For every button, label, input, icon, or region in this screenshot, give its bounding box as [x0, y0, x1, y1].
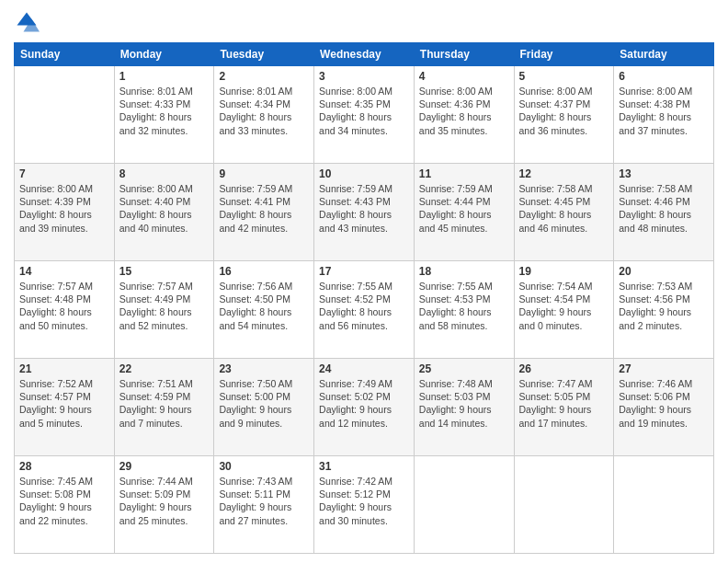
day-info: Sunrise: 7:45 AMSunset: 5:08 PMDaylight:… — [19, 475, 109, 527]
week-row-2: 7Sunrise: 8:00 AMSunset: 4:39 PMDaylight… — [15, 164, 714, 261]
day-info: Sunrise: 7:47 AMSunset: 5:05 PMDaylight:… — [519, 377, 609, 430]
day-number: 21 — [19, 362, 109, 375]
day-number: 20 — [619, 265, 709, 278]
day-number: 18 — [419, 265, 509, 278]
calendar-cell: 30Sunrise: 7:43 AMSunset: 5:11 PMDayligh… — [214, 456, 314, 554]
day-number: 29 — [119, 460, 210, 473]
weekday-header-monday: Monday — [114, 43, 214, 66]
calendar-cell: 12Sunrise: 7:58 AMSunset: 4:45 PMDayligh… — [514, 164, 614, 261]
day-info: Sunrise: 8:00 AMSunset: 4:36 PMDaylight:… — [419, 85, 509, 137]
day-info: Sunrise: 7:53 AMSunset: 4:56 PMDaylight:… — [619, 280, 709, 332]
calendar-cell: 21Sunrise: 7:52 AMSunset: 4:57 PMDayligh… — [15, 359, 115, 456]
day-info: Sunrise: 7:58 AMSunset: 4:46 PMDaylight:… — [619, 182, 709, 235]
calendar-cell: 3Sunrise: 8:00 AMSunset: 4:35 PMDaylight… — [314, 66, 415, 164]
calendar-cell: 25Sunrise: 7:48 AMSunset: 5:03 PMDayligh… — [414, 359, 514, 456]
day-info: Sunrise: 7:55 AMSunset: 4:52 PMDaylight:… — [319, 280, 409, 332]
day-info: Sunrise: 7:46 AMSunset: 5:06 PMDaylight:… — [619, 377, 709, 430]
weekday-header-saturday: Saturday — [614, 43, 714, 66]
day-number: 5 — [519, 70, 609, 83]
day-number: 19 — [519, 265, 609, 278]
day-number: 25 — [419, 362, 509, 375]
day-number: 1 — [119, 70, 210, 83]
calendar-cell: 4Sunrise: 8:00 AMSunset: 4:36 PMDaylight… — [414, 66, 514, 164]
day-number: 3 — [319, 70, 409, 83]
day-number: 2 — [219, 70, 309, 83]
day-number: 27 — [619, 362, 709, 375]
day-number: 16 — [219, 265, 309, 278]
day-number: 22 — [119, 362, 210, 375]
day-info: Sunrise: 7:55 AMSunset: 4:53 PMDaylight:… — [419, 280, 509, 332]
day-number: 24 — [319, 362, 409, 375]
logo — [14, 9, 43, 35]
day-info: Sunrise: 8:00 AMSunset: 4:39 PMDaylight:… — [19, 182, 109, 235]
day-info: Sunrise: 7:50 AMSunset: 5:00 PMDaylight:… — [219, 377, 309, 430]
calendar-cell: 23Sunrise: 7:50 AMSunset: 5:00 PMDayligh… — [214, 359, 314, 456]
day-info: Sunrise: 7:44 AMSunset: 5:09 PMDaylight:… — [119, 475, 210, 527]
calendar-cell — [514, 456, 614, 554]
day-info: Sunrise: 8:01 AMSunset: 4:33 PMDaylight:… — [119, 85, 210, 137]
day-number: 30 — [219, 460, 309, 473]
day-info: Sunrise: 7:59 AMSunset: 4:43 PMDaylight:… — [319, 182, 409, 235]
page: SundayMondayTuesdayWednesdayThursdayFrid… — [0, 0, 728, 563]
day-number: 6 — [619, 70, 709, 83]
calendar-cell: 10Sunrise: 7:59 AMSunset: 4:43 PMDayligh… — [314, 164, 415, 261]
week-row-1: 1Sunrise: 8:01 AMSunset: 4:33 PMDaylight… — [15, 66, 714, 164]
day-info: Sunrise: 7:54 AMSunset: 4:54 PMDaylight:… — [519, 280, 609, 332]
weekday-header-tuesday: Tuesday — [214, 43, 314, 66]
day-number: 26 — [519, 362, 609, 375]
weekday-header-thursday: Thursday — [414, 43, 514, 66]
calendar-cell: 9Sunrise: 7:59 AMSunset: 4:41 PMDaylight… — [214, 164, 314, 261]
calendar-cell: 6Sunrise: 8:00 AMSunset: 4:38 PMDaylight… — [614, 66, 714, 164]
day-number: 7 — [19, 167, 109, 180]
day-info: Sunrise: 8:00 AMSunset: 4:40 PMDaylight:… — [119, 182, 210, 235]
calendar-cell: 7Sunrise: 8:00 AMSunset: 4:39 PMDaylight… — [15, 164, 115, 261]
day-info: Sunrise: 7:42 AMSunset: 5:12 PMDaylight:… — [319, 475, 409, 527]
weekday-header-row: SundayMondayTuesdayWednesdayThursdayFrid… — [15, 43, 714, 66]
calendar-cell: 11Sunrise: 7:59 AMSunset: 4:44 PMDayligh… — [414, 164, 514, 261]
day-info: Sunrise: 8:00 AMSunset: 4:35 PMDaylight:… — [319, 85, 409, 137]
calendar-cell: 5Sunrise: 8:00 AMSunset: 4:37 PMDaylight… — [514, 66, 614, 164]
day-number: 31 — [319, 460, 409, 473]
day-number: 17 — [319, 265, 409, 278]
day-info: Sunrise: 7:51 AMSunset: 4:59 PMDaylight:… — [119, 377, 210, 430]
weekday-header-friday: Friday — [514, 43, 614, 66]
calendar-cell: 13Sunrise: 7:58 AMSunset: 4:46 PMDayligh… — [614, 164, 714, 261]
logo-icon — [14, 9, 40, 35]
day-number: 8 — [119, 167, 210, 180]
day-info: Sunrise: 7:52 AMSunset: 4:57 PMDaylight:… — [19, 377, 109, 430]
day-number: 4 — [419, 70, 509, 83]
calendar-cell: 14Sunrise: 7:57 AMSunset: 4:48 PMDayligh… — [15, 261, 115, 359]
day-number: 9 — [219, 167, 309, 180]
day-info: Sunrise: 7:43 AMSunset: 5:11 PMDaylight:… — [219, 475, 309, 527]
calendar-cell: 17Sunrise: 7:55 AMSunset: 4:52 PMDayligh… — [314, 261, 415, 359]
day-number: 11 — [419, 167, 509, 180]
calendar-cell: 18Sunrise: 7:55 AMSunset: 4:53 PMDayligh… — [414, 261, 514, 359]
day-info: Sunrise: 7:56 AMSunset: 4:50 PMDaylight:… — [219, 280, 309, 332]
day-number: 10 — [319, 167, 409, 180]
day-info: Sunrise: 8:01 AMSunset: 4:34 PMDaylight:… — [219, 85, 309, 137]
calendar-cell: 22Sunrise: 7:51 AMSunset: 4:59 PMDayligh… — [114, 359, 214, 456]
week-row-4: 21Sunrise: 7:52 AMSunset: 4:57 PMDayligh… — [15, 359, 714, 456]
calendar-cell: 8Sunrise: 8:00 AMSunset: 4:40 PMDaylight… — [114, 164, 214, 261]
calendar: SundayMondayTuesdayWednesdayThursdayFrid… — [14, 42, 714, 554]
day-info: Sunrise: 7:59 AMSunset: 4:41 PMDaylight:… — [219, 182, 309, 235]
header — [14, 9, 714, 35]
week-row-3: 14Sunrise: 7:57 AMSunset: 4:48 PMDayligh… — [15, 261, 714, 359]
day-number: 28 — [19, 460, 109, 473]
calendar-cell: 16Sunrise: 7:56 AMSunset: 4:50 PMDayligh… — [214, 261, 314, 359]
calendar-cell — [614, 456, 714, 554]
day-info: Sunrise: 8:00 AMSunset: 4:37 PMDaylight:… — [519, 85, 609, 137]
calendar-cell: 31Sunrise: 7:42 AMSunset: 5:12 PMDayligh… — [314, 456, 415, 554]
calendar-cell: 26Sunrise: 7:47 AMSunset: 5:05 PMDayligh… — [514, 359, 614, 456]
calendar-cell: 27Sunrise: 7:46 AMSunset: 5:06 PMDayligh… — [614, 359, 714, 456]
day-info: Sunrise: 7:57 AMSunset: 4:49 PMDaylight:… — [119, 280, 210, 332]
calendar-cell — [414, 456, 514, 554]
day-number: 14 — [19, 265, 109, 278]
day-info: Sunrise: 7:48 AMSunset: 5:03 PMDaylight:… — [419, 377, 509, 430]
weekday-header-wednesday: Wednesday — [314, 43, 415, 66]
week-row-5: 28Sunrise: 7:45 AMSunset: 5:08 PMDayligh… — [15, 456, 714, 554]
calendar-cell: 2Sunrise: 8:01 AMSunset: 4:34 PMDaylight… — [214, 66, 314, 164]
day-number: 12 — [519, 167, 609, 180]
day-number: 15 — [119, 265, 210, 278]
calendar-cell: 29Sunrise: 7:44 AMSunset: 5:09 PMDayligh… — [114, 456, 214, 554]
